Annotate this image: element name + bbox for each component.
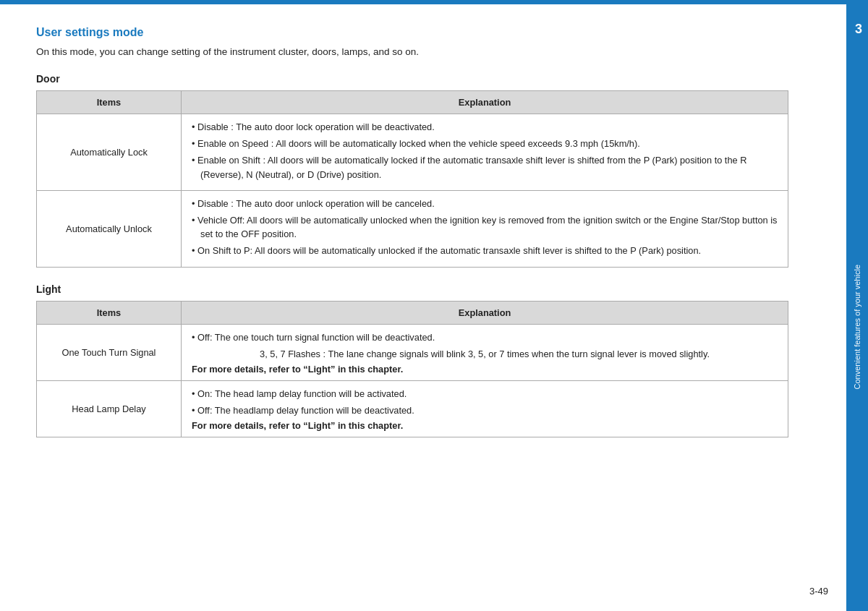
bullet-item: Disable : The auto door unlock operation…	[192, 197, 778, 210]
item-cell: One Touch Turn Signal	[37, 324, 182, 380]
item-cell: Head Lamp Delay	[37, 380, 182, 437]
chapter-label: Convenient features of your vehicle	[853, 265, 861, 389]
bold-note: For more details, refer to “Light” in th…	[192, 420, 778, 431]
bullet-item: Vehicle Off: All doors will be automatic…	[192, 213, 778, 241]
door-table: Items Explanation Automatically LockDisa…	[36, 90, 788, 268]
light-col-explanation: Explanation	[182, 301, 788, 324]
door-col-explanation: Explanation	[182, 91, 788, 114]
item-cell: Automatically Lock	[37, 114, 182, 191]
chapter-tab: 3 Convenient features of your vehicle	[846, 0, 868, 611]
page-number: 3-49	[809, 586, 828, 597]
bullet-item: 3, 5, 7 Flashes : The lane change signal…	[192, 347, 778, 361]
bullet-item: On: The head lamp delay function will be…	[192, 387, 778, 401]
bullet-item: Enable on Shift : All doors will be auto…	[192, 153, 778, 181]
table-row: One Touch Turn SignalOff: The one touch …	[37, 324, 788, 380]
light-table: Items Explanation One Touch Turn SignalO…	[36, 301, 788, 438]
table-row: Head Lamp DelayOn: The head lamp delay f…	[37, 380, 788, 437]
table-row: Automatically UnlockDisable : The auto d…	[37, 190, 788, 267]
bullet-item: On Shift to P: All doors will be automat…	[192, 244, 778, 257]
intro-text: On this mode, you can change setting of …	[36, 46, 788, 57]
light-col-items: Items	[37, 301, 182, 324]
bullet-item: Off: The one touch turn signal function …	[192, 330, 778, 344]
main-content: User settings mode On this mode, you can…	[0, 4, 825, 468]
item-cell: Automatically Unlock	[37, 190, 182, 267]
bullet-item: Disable : The auto door lock operation w…	[192, 120, 778, 134]
explanation-cell: Disable : The auto door lock operation w…	[182, 114, 788, 191]
door-section-title: Door	[36, 73, 788, 85]
bullet-item: Off: The headlamp delay function will be…	[192, 403, 778, 417]
explanation-cell: Off: The one touch turn signal function …	[182, 324, 788, 380]
door-col-items: Items	[37, 91, 182, 114]
bullet-item: Enable on Speed : All doors will be auto…	[192, 137, 778, 150]
page-title: User settings mode	[36, 26, 788, 39]
explanation-cell: On: The head lamp delay function will be…	[182, 380, 788, 437]
light-section-title: Light	[36, 283, 788, 295]
table-row: Automatically LockDisable : The auto doo…	[37, 114, 788, 191]
explanation-cell: Disable : The auto door unlock operation…	[182, 190, 788, 267]
chapter-number: 3	[855, 22, 862, 37]
bold-note: For more details, refer to “Light” in th…	[192, 364, 778, 375]
